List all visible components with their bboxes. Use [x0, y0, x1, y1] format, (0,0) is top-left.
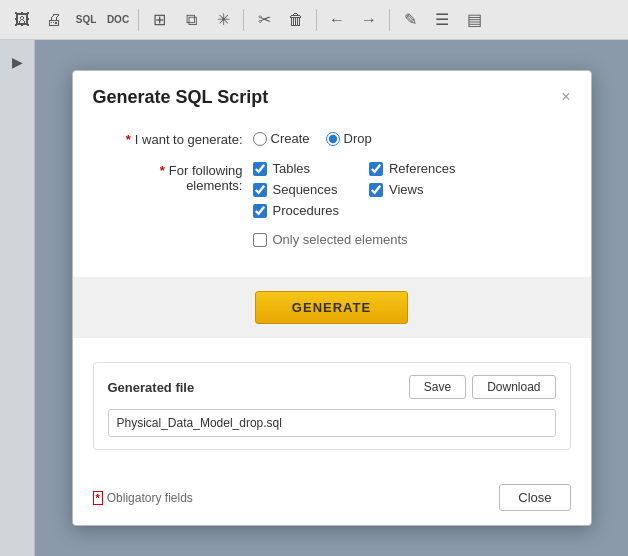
radio-drop-input[interactable]: [326, 132, 340, 146]
radio-drop-label: Drop: [344, 131, 372, 146]
procedures-label: Procedures: [273, 203, 339, 218]
lines-icon[interactable]: ▤: [460, 6, 488, 34]
checkbox-references-input[interactable]: [369, 162, 383, 176]
table-icon[interactable]: ⊞: [145, 6, 173, 34]
checkbox-col-left: Tables Sequences Procedures: [253, 161, 339, 218]
generate-button[interactable]: GENERATE: [255, 291, 408, 324]
sequences-label: Sequences: [273, 182, 338, 197]
elements-label: *For following elements:: [93, 161, 253, 193]
modal-overlay: Generate SQL Script × *I want to generat…: [35, 40, 628, 556]
save-button[interactable]: Save: [409, 375, 466, 399]
dialog-title: Generate SQL Script: [93, 87, 269, 108]
toolbar-separator-2: [243, 9, 244, 31]
checkbox-references[interactable]: References: [369, 161, 455, 176]
checkbox-sequences[interactable]: Sequences: [253, 182, 339, 197]
generate-type-row: *I want to generate: Create Drop: [93, 130, 571, 147]
checkbox-views[interactable]: Views: [369, 182, 455, 197]
doc-icon[interactable]: DOC: [104, 6, 132, 34]
main-area: ▶ Generate SQL Script × *I want to gener…: [0, 40, 628, 556]
scissors-icon[interactable]: ✂: [250, 6, 278, 34]
download-button[interactable]: Download: [472, 375, 555, 399]
generated-file-section: Generated file Save Download: [93, 362, 571, 450]
checkbox-only-selected-input[interactable]: [253, 233, 267, 247]
forward-icon[interactable]: →: [355, 6, 383, 34]
close-icon[interactable]: ×: [561, 89, 570, 105]
radio-create-label: Create: [271, 131, 310, 146]
references-label: References: [389, 161, 455, 176]
toolbar-separator-1: [138, 9, 139, 31]
generated-file-buttons: Save Download: [409, 375, 556, 399]
for-following-text: For following: [169, 163, 243, 178]
views-label: Views: [389, 182, 423, 197]
dialog-footer: * Obligatory fields Close: [73, 476, 591, 525]
checkbox-procedures-input[interactable]: [253, 204, 267, 218]
obligatory-star-icon: *: [93, 491, 103, 505]
sql-icon[interactable]: SQL: [72, 6, 100, 34]
back-icon[interactable]: ←: [323, 6, 351, 34]
obligatory-text: Obligatory fields: [107, 491, 193, 505]
radio-create-input[interactable]: [253, 132, 267, 146]
trash-icon[interactable]: 🗑: [282, 6, 310, 34]
checkbox-only-selected[interactable]: Only selected elements: [253, 232, 408, 247]
content-area: Generate SQL Script × *I want to generat…: [35, 40, 628, 556]
required-star-2: *: [160, 163, 165, 178]
checkbox-views-input[interactable]: [369, 183, 383, 197]
checkbox-columns: Tables Sequences Procedures: [253, 161, 456, 218]
generated-file-header: Generated file Save Download: [108, 375, 556, 399]
sidebar: ▶: [0, 40, 35, 556]
toolbar-separator-4: [389, 9, 390, 31]
print-icon[interactable]: 🖨: [40, 6, 68, 34]
dialog: Generate SQL Script × *I want to generat…: [72, 70, 592, 526]
radio-drop[interactable]: Drop: [326, 131, 372, 146]
generated-file-label: Generated file: [108, 380, 195, 395]
clipboard-icon[interactable]: ⧉: [177, 6, 205, 34]
list-icon[interactable]: ☰: [428, 6, 456, 34]
elements-row: *For following elements: Tables: [93, 161, 571, 218]
dialog-header: Generate SQL Script ×: [73, 71, 591, 120]
generate-area: GENERATE: [73, 277, 591, 338]
edit-icon[interactable]: ✎: [396, 6, 424, 34]
file-name-input[interactable]: [108, 409, 556, 437]
sparkle-icon[interactable]: ✳: [209, 6, 237, 34]
only-selected-row: Only selected elements: [93, 232, 571, 247]
radio-group: Create Drop: [253, 130, 372, 146]
elements-text: elements:: [178, 178, 242, 193]
checkbox-tables[interactable]: Tables: [253, 161, 339, 176]
checkbox-sequences-input[interactable]: [253, 183, 267, 197]
image-icon[interactable]: 🖼: [8, 6, 36, 34]
checkbox-col-right: References Views: [369, 161, 455, 218]
obligatory-note: * Obligatory fields: [93, 491, 193, 505]
dialog-body: *I want to generate: Create Drop: [73, 120, 591, 277]
radio-create[interactable]: Create: [253, 131, 310, 146]
generated-file-body: Generated file Save Download: [73, 338, 591, 476]
toolbar-separator-3: [316, 9, 317, 31]
checkbox-tables-input[interactable]: [253, 162, 267, 176]
required-star-1: *: [126, 132, 131, 147]
tables-label: Tables: [273, 161, 311, 176]
only-selected-label: Only selected elements: [273, 232, 408, 247]
sidebar-item-1[interactable]: ▶: [3, 48, 31, 76]
checkbox-procedures[interactable]: Procedures: [253, 203, 339, 218]
generate-type-label: *I want to generate:: [93, 130, 253, 147]
toolbar: 🖼 🖨 SQL DOC ⊞ ⧉ ✳ ✂ 🗑 ← → ✎ ☰ ▤: [0, 0, 628, 40]
close-button[interactable]: Close: [499, 484, 570, 511]
